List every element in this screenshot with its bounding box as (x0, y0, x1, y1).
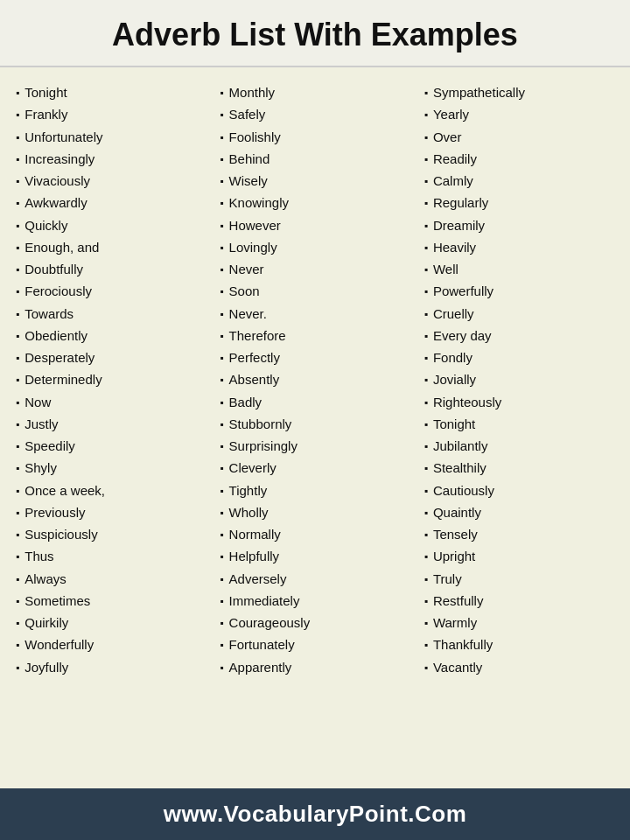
list-item: Cruelly (424, 303, 614, 325)
list-item: Increasingly (16, 148, 206, 170)
list-item: Safely (220, 103, 410, 125)
list-item: Wisely (220, 170, 410, 192)
list-item: Lovingly (220, 236, 410, 258)
list-item: Shyly (16, 457, 206, 479)
list-item: Badly (220, 391, 410, 413)
list-item: Perfectly (220, 346, 410, 368)
list-item: Stealthily (424, 457, 614, 479)
list-item: Readily (424, 148, 614, 170)
list-item: Frankly (16, 103, 206, 125)
list-item: However (220, 214, 410, 236)
column-2: MonthlySafelyFoolishlyBehindWiselyKnowin… (213, 81, 416, 774)
list-item: Apparently (220, 656, 410, 678)
list-item: Vacantly (424, 656, 614, 678)
list-item: Ferociously (16, 280, 206, 302)
list-item: Righteously (424, 391, 614, 413)
list-item: Warmly (424, 612, 614, 634)
list-item: Suspiciously (16, 523, 206, 545)
list-item: Dreamily (424, 214, 614, 236)
list-item: Over (424, 126, 614, 148)
list-item: Calmly (424, 170, 614, 192)
list-item: Wonderfully (16, 634, 206, 655)
page-title: Adverb List With Examples (18, 16, 612, 53)
list-item: Tightly (220, 480, 410, 501)
list-item: Wholly (220, 501, 410, 523)
list-item: Heavily (424, 236, 614, 258)
list-item: Quirkily (16, 612, 206, 634)
list-item: Once a week, (16, 480, 206, 501)
footer-url: www.VocabularyPoint.Com (164, 801, 467, 827)
list-item: Quaintly (424, 501, 614, 523)
list-item: Surprisingly (220, 435, 410, 457)
content-area: TonightFranklyUnfortunatelyIncreasinglyV… (0, 67, 630, 788)
list-item: Previously (16, 501, 206, 523)
list-item: Desperately (16, 346, 206, 368)
list-item: Justly (16, 413, 206, 435)
list-item: Sympathetically (424, 81, 614, 103)
list-item: Jubilantly (424, 435, 614, 457)
list-item: Immediately (220, 590, 410, 612)
list-item: Thankfully (424, 634, 614, 655)
column-3: SympatheticallyYearlyOverReadilyCalmlyRe… (417, 81, 621, 774)
column-1-list: TonightFranklyUnfortunatelyIncreasinglyV… (16, 81, 206, 678)
list-item: Never (220, 258, 410, 280)
list-item: Always (16, 568, 206, 590)
list-item: Towards (16, 303, 206, 325)
list-item: Courageously (220, 612, 410, 634)
list-item: Soon (220, 280, 410, 302)
list-item: Every day (424, 325, 614, 346)
list-item: Speedily (16, 435, 206, 457)
list-item: Adversely (220, 568, 410, 590)
list-item: Cleverly (220, 457, 410, 479)
list-item: Well (424, 258, 614, 280)
list-item: Yearly (424, 103, 614, 125)
list-item: Vivaciously (16, 170, 206, 192)
list-item: Now (16, 391, 206, 413)
list-item: Helpfully (220, 545, 410, 567)
list-item: Never. (220, 303, 410, 325)
list-item: Normally (220, 523, 410, 545)
column-2-list: MonthlySafelyFoolishlyBehindWiselyKnowin… (220, 81, 410, 678)
list-item: Restfully (424, 590, 614, 612)
list-item: Unfortunately (16, 126, 206, 148)
list-item: Quickly (16, 214, 206, 236)
list-item: Upright (424, 545, 614, 567)
list-item: Powerfully (424, 280, 614, 302)
list-item: Regularly (424, 192, 614, 214)
list-item: Sometimes (16, 590, 206, 612)
list-item: Stubbornly (220, 413, 410, 435)
list-item: Obediently (16, 325, 206, 346)
list-item: Doubtfully (16, 258, 206, 280)
list-item: Foolishly (220, 126, 410, 148)
list-item: Enough, and (16, 236, 206, 258)
list-item: Awkwardly (16, 192, 206, 214)
list-item: Truly (424, 568, 614, 590)
list-item: Therefore (220, 325, 410, 346)
page-footer: www.VocabularyPoint.Com (0, 788, 630, 840)
page-header: Adverb List With Examples (0, 0, 630, 67)
list-item: Joyfully (16, 656, 206, 678)
list-item: Thus (16, 545, 206, 567)
column-1: TonightFranklyUnfortunatelyIncreasinglyV… (9, 81, 213, 774)
list-item: Absently (220, 368, 410, 390)
list-item: Knowingly (220, 192, 410, 214)
list-item: Determinedly (16, 368, 206, 390)
list-item: Tonight (16, 81, 206, 103)
column-3-list: SympatheticallyYearlyOverReadilyCalmlyRe… (424, 81, 614, 678)
list-item: Fortunately (220, 634, 410, 655)
list-item: Tonight (424, 413, 614, 435)
list-item: Cautiously (424, 480, 614, 501)
list-item: Fondly (424, 346, 614, 368)
list-item: Monthly (220, 81, 410, 103)
list-item: Behind (220, 148, 410, 170)
list-item: Jovially (424, 368, 614, 390)
list-item: Tensely (424, 523, 614, 545)
